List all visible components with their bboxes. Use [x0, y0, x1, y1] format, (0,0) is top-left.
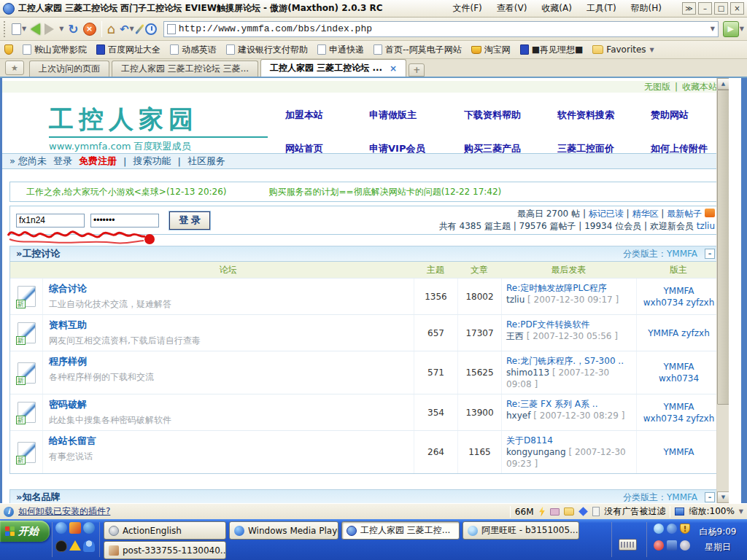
favorites-menu[interactable]: Favorites▼ [592, 44, 654, 55]
scroll-down-icon[interactable]: ▼ [717, 491, 729, 503]
menu-help[interactable]: 帮助(H) [631, 2, 662, 15]
moderators[interactable]: YMMFA wxh0734 zyfzxh [636, 394, 721, 430]
collapse-button[interactable]: - [705, 492, 715, 502]
nav-link[interactable]: 购买三菱产品 [464, 142, 557, 155]
zoom-icon[interactable] [675, 508, 684, 516]
nav-link[interactable]: 网站首页 [285, 142, 369, 155]
restore-icon[interactable]: □ [714, 2, 728, 15]
back-button[interactable] [28, 20, 42, 39]
password-field[interactable] [90, 214, 159, 228]
last-post-link[interactable]: Re:PDF文件转换软件 [506, 319, 590, 330]
scrollbar-track[interactable] [717, 405, 729, 491]
forum-link[interactable]: 资料互助 [49, 319, 87, 330]
favorite-link[interactable]: 鞍山宽带影院 [23, 44, 87, 56]
favorite-link[interactable]: 动感英语 [170, 44, 217, 56]
task-button-forum-active[interactable]: 工控人家园 三菱工控... [341, 521, 460, 540]
history-button[interactable] [143, 20, 159, 39]
moderator-link[interactable]: YMMFA [667, 249, 697, 259]
tray-network-icon[interactable] [667, 540, 677, 551]
section-title[interactable]: »知名品牌 [16, 491, 60, 503]
favorite-link[interactable]: 建设银行支付帮助 [226, 44, 308, 56]
zoom-dropdown-icon[interactable]: ▼ [739, 508, 743, 515]
task-button-wmp[interactable]: Windows Media Playe... [229, 521, 338, 540]
scrollbar-thumb[interactable] [717, 90, 729, 405]
task-button-actionenglish[interactable]: ActionEnglish [104, 521, 226, 540]
tab-forum-1[interactable]: 工控人家园 三菱工控论坛 三菱... [112, 61, 258, 77]
announcement-link[interactable]: 购买服务器的计划==彻底解决网站卡的问题(12-22 17:42) [269, 186, 502, 198]
taskbar-clock[interactable]: 白杨9:09 星期日 [692, 524, 744, 555]
go-button[interactable]: ▶ [723, 21, 739, 37]
menu-view[interactable]: 查看(V) [497, 2, 527, 15]
bookmark-site-link[interactable]: 收藏本站 [682, 81, 717, 93]
digest-link[interactable]: 精华区 [632, 209, 658, 219]
vertical-scrollbar[interactable]: ▲ ▼ [716, 78, 729, 503]
last-post-link[interactable]: Re:三菱 FX 系列 A系 .. [506, 399, 597, 409]
toolbar-grip[interactable] [4, 21, 7, 37]
new-page-button[interactable]: ▼ [9, 20, 28, 39]
plugin-icon[interactable] [579, 507, 589, 516]
new-member-link[interactable]: tzliu [697, 221, 715, 231]
task-button-wangwang[interactable]: 阿里旺旺 - b3151005... [462, 521, 579, 540]
forum-link[interactable]: 程序样例 [49, 356, 87, 367]
chevron-down-icon[interactable]: ▼ [130, 26, 134, 32]
tray-wangwang-icon[interactable] [654, 524, 664, 534]
refresh-button[interactable]: ↻ [66, 20, 80, 39]
task-button-post-file[interactable]: post-333755-1130040... [104, 541, 226, 559]
login-button[interactable]: 登 录 [169, 211, 210, 230]
tab-list-button[interactable]: ★ [5, 61, 24, 75]
tab-forum-active[interactable]: 工控人家园 三菱工控论坛 ...× [260, 59, 406, 77]
last-post-author[interactable]: hxyef [506, 411, 530, 421]
minimize-icon[interactable]: – [698, 2, 712, 15]
menu-file[interactable]: 文件(F) [452, 2, 481, 15]
tray-volume-icon[interactable] [680, 540, 690, 551]
menu-tools[interactable]: 工具(T) [587, 2, 616, 15]
last-post-author[interactable]: tzliu [506, 295, 525, 305]
favorite-link[interactable]: 百度网址大全 [96, 44, 160, 56]
register-link[interactable]: 免费注册 [79, 155, 117, 168]
username-field[interactable] [16, 214, 85, 228]
magic-fill-button[interactable] [136, 20, 143, 39]
tray-scheduler-icon[interactable] [654, 540, 664, 551]
go-dropdown-icon[interactable]: ▼ [740, 26, 744, 32]
last-post-author[interactable]: kongyungang [506, 447, 566, 457]
page-icon[interactable] [592, 507, 600, 516]
moderators[interactable]: YMMFA zyfzxh [636, 315, 721, 351]
forum-link[interactable]: 给站长留言 [49, 435, 96, 446]
last-post-author[interactable]: shimo113 [506, 368, 549, 378]
forum-link[interactable]: 综合讨论 [49, 283, 87, 294]
alien-app-icon[interactable] [55, 540, 67, 552]
announcement-link[interactable]: 工作之余,给大家玩个小游戏<桌球>(12-13 20:26) [26, 186, 227, 198]
printer-icon[interactable] [550, 508, 560, 516]
favorite-link[interactable]: ■再见理想■ [520, 44, 584, 56]
address-dropdown-icon[interactable]: ▼ [711, 26, 715, 32]
section-title[interactable]: »工控讨论 [16, 247, 60, 260]
plugin-help-link[interactable]: 如何卸载已安装的插件? [18, 505, 110, 518]
menu-favorites[interactable]: 收藏(A) [541, 2, 572, 15]
moderators[interactable]: YMMFA [636, 431, 721, 473]
shield-icon[interactable] [4, 44, 13, 55]
nav-link[interactable]: 加盟本站 [285, 109, 369, 122]
keyboard-language-icon[interactable] [619, 539, 637, 551]
login-link[interactable]: 登录 [53, 155, 72, 168]
nav-link[interactable]: 申请做版主 [369, 109, 464, 122]
collapse-button[interactable]: - [705, 249, 715, 259]
messenger-icon[interactable] [83, 540, 95, 552]
moderators[interactable]: YMMFA wxh0734 [636, 351, 721, 394]
moderators[interactable]: YMMFA wxh0734 zyfzxh [636, 279, 721, 314]
toggle-chevron-icon[interactable]: ≫ [682, 2, 696, 15]
rss-icon[interactable] [705, 209, 715, 217]
last-post-author[interactable]: 王西 [506, 331, 524, 341]
internet-explorer-icon[interactable] [83, 522, 95, 534]
moderator-link[interactable]: YMMFA [667, 492, 697, 502]
address-input[interactable] [179, 23, 711, 34]
tab-previous-session[interactable]: 上次访问的页面 [29, 61, 109, 77]
nav-link[interactable]: 三菱工控面价 [557, 142, 651, 155]
nav-link[interactable]: 软件资料搜索 [557, 109, 651, 122]
nav-link[interactable]: 申请VIP会员 [369, 142, 464, 155]
stop-button[interactable]: × [81, 20, 98, 39]
boost-icon[interactable] [538, 507, 546, 517]
forum-link[interactable]: 密码破解 [49, 399, 87, 410]
community-service-link[interactable]: 社区服务 [187, 155, 225, 168]
nav-link[interactable]: 下载资料帮助 [464, 109, 557, 122]
site-logo[interactable]: 工控人家园 [49, 103, 198, 136]
